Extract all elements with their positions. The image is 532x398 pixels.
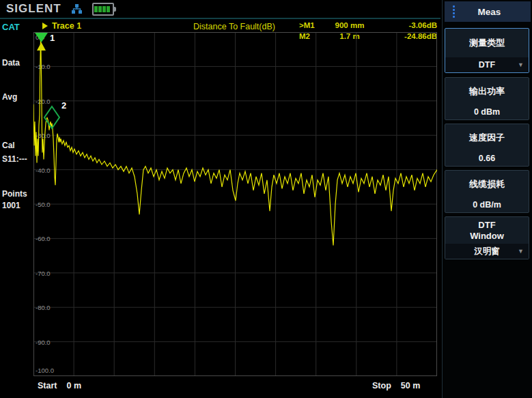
marker-distance: 900 mm: [325, 21, 374, 31]
softkey-label: 线缆损耗: [445, 171, 529, 197]
trace-active-icon: [42, 23, 48, 29]
cal-label: Cal: [2, 141, 15, 150]
cable-loss-button[interactable]: 线缆损耗0 dB/m: [445, 170, 529, 213]
mode-label-cat: CAT: [2, 22, 20, 32]
softkey-label: 输出功率: [445, 78, 529, 104]
marker-readout-row-1: >M1900 mm-3.06dB: [299, 21, 437, 31]
svg-text:-90.0: -90.0: [36, 339, 51, 346]
lan-icon: [71, 3, 83, 15]
dtf-window-button[interactable]: DTFWindow汉明窗▼: [445, 216, 529, 259]
softkey-value: 0.66: [445, 151, 529, 166]
marker-1-number: 1: [50, 33, 55, 43]
trace-peak-indicator: [37, 42, 46, 51]
velocity-factor-button[interactable]: 速度因子0.66: [445, 124, 529, 167]
softkey-menu: Meas 测量类型DTF▼输出功率0 dBm速度因子0.66线缆损耗0 dB/m…: [442, 0, 532, 398]
sweep-start-label: Start0 m: [38, 381, 81, 390]
softkey-value: 汉明窗▼: [445, 244, 529, 259]
grid-lines: [33, 32, 437, 376]
svg-text:-10.0: -10.0: [36, 63, 51, 70]
softkey-label: 速度因子: [445, 124, 529, 151]
top-status-bar: SIGLENT: [0, 0, 440, 19]
softkey-label: DTFWindow: [445, 217, 529, 244]
softkey-label: 测量类型: [445, 29, 529, 57]
softkey-value: DTF▼: [445, 57, 529, 72]
svg-text:-20.0: -20.0: [36, 98, 51, 105]
trace-source-label: Data: [2, 58, 20, 68]
svg-text:-100.0: -100.0: [36, 367, 54, 374]
output-power-button[interactable]: 输出功率0 dBm: [445, 77, 529, 120]
softkey-value: 0 dBm: [445, 104, 529, 119]
trace-label: Trace 1: [52, 21, 81, 31]
svg-text:-40.0: -40.0: [36, 167, 51, 174]
sweep-stop-label: Stop50 m: [372, 381, 420, 390]
battery-icon: [92, 3, 116, 16]
svg-text:-30.0: -30.0: [36, 132, 51, 139]
average-label: Avg: [2, 92, 17, 102]
meas-type-button[interactable]: 测量类型DTF▼: [445, 28, 529, 73]
dropdown-arrow-icon: ▼: [518, 244, 524, 259]
points-label: Points: [2, 189, 27, 199]
menu-title: Meas: [455, 7, 524, 17]
s11-status-label: S11:---: [2, 154, 27, 164]
marker-value: -3.06dB: [374, 21, 437, 31]
measurement-title: Distance To Fault(dB): [193, 22, 275, 31]
svg-text:-60.0: -60.0: [36, 235, 51, 242]
dropdown-arrow-icon: ▼: [518, 57, 524, 72]
trace-selector[interactable]: Trace 1: [42, 21, 81, 31]
svg-text:-50.0: -50.0: [36, 201, 51, 208]
svg-text:-80.0: -80.0: [36, 304, 51, 311]
menu-header[interactable]: Meas: [445, 1, 531, 22]
softkey-value: 0 dB/m: [445, 197, 529, 212]
svg-text:-70.0: -70.0: [36, 270, 51, 277]
marker-2-number: 2: [61, 100, 66, 111]
points-value: 1001: [2, 201, 20, 210]
instrument-screen: SIGLENT CAT Data Avg Cal S11:--- Points …: [0, 0, 532, 398]
brand-logo: SIGLENT: [6, 2, 61, 16]
marker-name: >M1: [299, 21, 325, 31]
dtf-chart[interactable]: 0.0-10.0-20.0-30.0-40.0-50.0-60.0-70.0-8…: [33, 32, 437, 376]
